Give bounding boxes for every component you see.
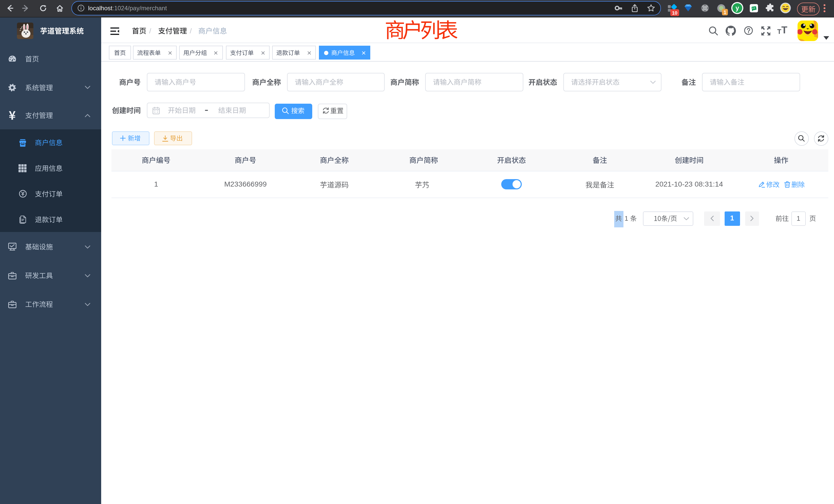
svg-text:y: y	[735, 4, 739, 12]
svg-text:1: 1	[723, 9, 726, 15]
svg-text:10: 10	[672, 10, 677, 16]
